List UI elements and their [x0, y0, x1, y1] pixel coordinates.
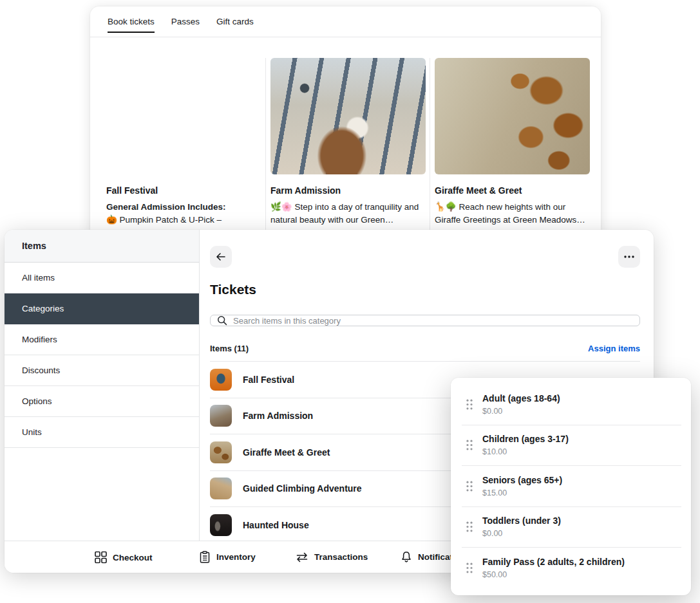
card-description-line: General Admission Includes: [106, 201, 261, 214]
variation-row-children[interactable]: Children (ages 3-17) $10.00 [462, 425, 681, 466]
search-input[interactable] [233, 316, 633, 326]
search-icon [217, 315, 227, 326]
variation-row-family-pass[interactable]: Family Pass (2 adults, 2 children) $50.0… [462, 548, 681, 588]
ellipsis-icon [624, 255, 634, 258]
nav-item-checkout[interactable]: Checkout [95, 551, 153, 563]
variation-price: $0.00 [482, 407, 560, 416]
grid-icon [95, 551, 107, 563]
item-thumbnail [210, 514, 232, 536]
variation-row-adult[interactable]: Adult (ages 18-64) $0.00 [462, 384, 681, 425]
nav-label: Inventory [216, 552, 256, 562]
variation-row-toddlers[interactable]: Toddlers (under 3) $0.00 [462, 507, 681, 548]
drag-handle-icon[interactable] [466, 481, 473, 492]
tab-book-tickets[interactable]: Book tickets [108, 17, 155, 26]
variation-price: $10.00 [482, 447, 569, 456]
drag-handle-icon[interactable] [466, 521, 473, 532]
booking-window: Book tickets Passes Gift cards Fall Fest… [90, 6, 601, 238]
item-name: Giraffe Meet & Greet [243, 447, 330, 458]
ticket-card-giraffe-meet-greet[interactable]: Giraffe Meet & Greet 🦒🌳 Reach new height… [430, 58, 594, 238]
more-options-button[interactable] [618, 246, 640, 268]
transfer-arrows-icon [296, 552, 308, 562]
variation-name: Seniors (ages 65+) [482, 475, 562, 485]
variation-name: Toddlers (under 3) [482, 515, 561, 526]
variation-price: $0.00 [482, 529, 561, 538]
nav-label: Checkout [113, 552, 153, 562]
sidebar-item-all-items[interactable]: All items [5, 263, 199, 293]
bell-icon [401, 551, 412, 564]
drag-handle-icon[interactable] [466, 562, 473, 573]
ticket-card-list: Fall Festival General Admission Includes… [90, 37, 601, 238]
variation-name: Family Pass (2 adults, 2 children) [482, 557, 625, 567]
card-title: Giraffe Meet & Greet [435, 185, 590, 196]
nav-item-transactions[interactable]: Transactions [296, 552, 368, 562]
sidebar-item-discounts[interactable]: Discounts [5, 355, 199, 386]
clipboard-icon [199, 551, 211, 564]
variation-name: Adult (ages 18-64) [482, 393, 560, 404]
variation-price: $15.00 [482, 488, 562, 497]
tab-gift-cards[interactable]: Gift cards [216, 17, 254, 26]
farm-admission-photo [270, 58, 426, 174]
ticket-variations-panel: Adult (ages 18-64) $0.00 Children (ages … [451, 378, 691, 595]
card-description: 🌿🌸 Step into a day of tranquility and na… [270, 201, 425, 227]
item-thumbnail [210, 405, 232, 427]
card-title: Fall Festival [106, 185, 261, 196]
sidebar-item-modifiers[interactable]: Modifiers [5, 324, 199, 355]
assign-items-link[interactable]: Assign items [588, 344, 640, 353]
sidebar-item-options[interactable]: Options [5, 386, 199, 417]
ticket-card-fall-festival[interactable]: Fall Festival General Admission Includes… [102, 58, 266, 238]
item-name: Haunted House [243, 520, 309, 530]
item-name: Fall Festival [243, 375, 294, 385]
ticket-card-farm-admission[interactable]: Farm Admission 🌿🌸 Step into a day of tra… [266, 58, 430, 238]
sidebar-title: Items [5, 230, 199, 263]
item-name: Farm Admission [243, 411, 313, 421]
variation-price: $50.00 [482, 570, 625, 579]
booking-tabbar: Book tickets Passes Gift cards [90, 6, 601, 37]
back-arrow-icon [216, 252, 226, 262]
sidebar-item-units[interactable]: Units [5, 417, 199, 448]
sidebar-item-categories[interactable]: Categories [5, 293, 199, 324]
card-title: Farm Admission [270, 185, 425, 196]
item-thumbnail [210, 369, 232, 391]
drag-handle-icon[interactable] [466, 440, 473, 450]
variation-row-seniors[interactable]: Seniors (ages 65+) $15.00 [462, 466, 681, 506]
page-title: Tickets [210, 282, 640, 297]
item-name: Guided Climbing Adventure [243, 483, 362, 494]
back-button[interactable] [210, 246, 232, 268]
item-thumbnail [210, 478, 232, 499]
drag-handle-icon[interactable] [466, 399, 473, 410]
items-sidebar: Items All items Categories Modifiers Dis… [5, 230, 200, 541]
category-search[interactable] [210, 315, 640, 326]
item-thumbnail [210, 441, 232, 463]
nav-item-inventory[interactable]: Inventory [199, 551, 256, 564]
card-description: 🦒🌳 Reach new heights with our Giraffe Gr… [435, 201, 590, 227]
variation-name: Children (ages 3-17) [482, 434, 569, 444]
items-count-label: Items (11) [210, 344, 249, 353]
fall-festival-photo [106, 58, 261, 174]
nav-label: Transactions [314, 552, 368, 562]
screen: Book tickets Passes Gift cards Fall Fest… [0, 0, 700, 603]
giraffe-photo [435, 58, 590, 174]
tab-passes[interactable]: Passes [171, 17, 200, 26]
